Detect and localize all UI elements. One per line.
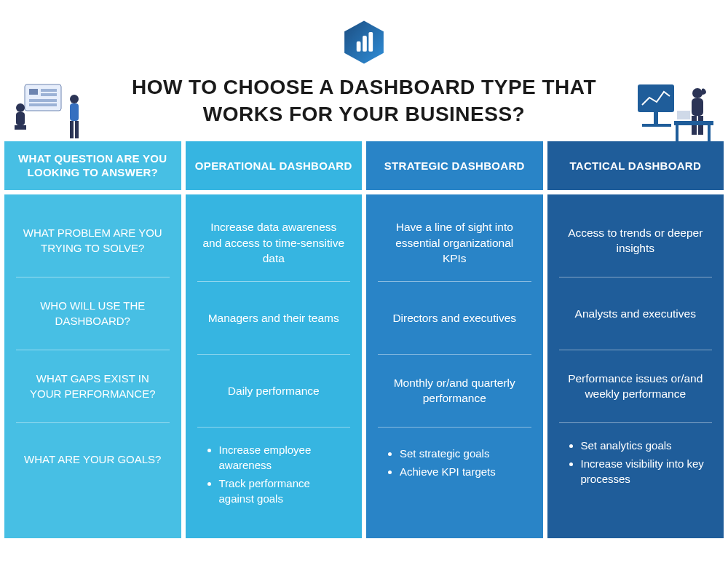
svg-rect-2	[363, 36, 367, 52]
svg-point-13	[70, 95, 79, 103]
operational-row-3: Daily performance	[197, 355, 351, 428]
page-title: HOW TO CHOOSE A DASHBOARD TYPE THAT WORK…	[0, 74, 728, 128]
column-body-operational: Increase data awareness and access to ti…	[186, 194, 363, 538]
svg-rect-24	[674, 121, 713, 125]
svg-rect-8	[29, 99, 57, 102]
svg-rect-4	[25, 84, 61, 111]
question-row-1: WHAT PROBLEM ARE YOU TRYING TO SOLVE?	[16, 205, 170, 277]
svg-rect-12	[15, 125, 26, 130]
tactical-row-2: Analysts and executives	[559, 277, 713, 350]
operational-goal-1: Increase employee awareness	[219, 442, 347, 473]
svg-rect-11	[16, 112, 25, 125]
strategic-row-4: Set strategic goals Achieve KPI targets	[378, 428, 531, 500]
tactical-row-3: Performance issues or/and weekly perform…	[559, 350, 713, 423]
logo-container	[0, 0, 728, 74]
svg-rect-1	[357, 42, 361, 52]
svg-point-10	[16, 103, 25, 112]
svg-rect-3	[368, 32, 373, 52]
svg-rect-5	[29, 89, 38, 95]
tactical-row-1: Access to trends or deeper insights	[559, 205, 713, 277]
operational-row-1: Increase data awareness and access to ti…	[197, 205, 351, 282]
question-row-2: WHO WILL USE THE DASHBOARD?	[16, 277, 170, 350]
question-row-3: WHAT GAPS EXIST IN YOUR PERFORMANCE?	[16, 350, 170, 423]
comparison-grid: WHAT QUESTION ARE YOU LOOKING TO ANSWER?…	[4, 141, 724, 538]
strategic-goal-1: Set strategic goals	[400, 446, 527, 461]
strategic-row-2: Directors and executives	[378, 282, 531, 355]
tactical-goal-1: Set analytics goals	[581, 438, 708, 453]
illustration-right	[632, 79, 719, 143]
column-header-question: WHAT QUESTION ARE YOU LOOKING TO ANSWER?	[4, 141, 181, 190]
strategic-goal-2: Achieve KPI targets	[400, 464, 527, 479]
column-header-strategic: STRATEGIC DASHBOARD	[366, 141, 543, 190]
column-body-strategic: Have a line of sight into essential orga…	[366, 194, 543, 538]
svg-rect-17	[638, 84, 674, 112]
logo-icon	[341, 19, 387, 66]
question-row-4: WHAT ARE YOUR GOALS?	[16, 423, 170, 496]
svg-rect-15	[70, 121, 74, 138]
svg-rect-14	[70, 103, 79, 121]
svg-rect-25	[676, 125, 678, 141]
svg-rect-27	[677, 111, 690, 119]
illustration-left	[9, 79, 96, 143]
operational-row-2: Managers and their teams	[197, 282, 351, 355]
svg-rect-6	[41, 89, 57, 92]
svg-rect-26	[708, 125, 711, 141]
svg-rect-7	[41, 93, 57, 96]
strategic-row-3: Monthly or/and quarterly performance	[378, 355, 531, 428]
column-header-tactical: TACTICAL DASHBOARD	[547, 141, 724, 190]
svg-point-20	[692, 88, 703, 98]
operational-goal-2: Track performance against goals	[219, 476, 347, 506]
svg-rect-19	[642, 124, 671, 127]
column-body-tactical: Access to trends or deeper insights Anal…	[547, 194, 724, 538]
tactical-goal-2: Increase visibility into key processes	[581, 456, 708, 487]
strategic-row-1: Have a line of sight into essential orga…	[378, 205, 531, 282]
column-header-operational: OPERATIONAL DASHBOARD	[186, 141, 363, 190]
svg-rect-21	[692, 98, 703, 116]
column-body-question: WHAT PROBLEM ARE YOU TRYING TO SOLVE? WH…	[4, 194, 181, 538]
svg-rect-18	[654, 112, 658, 124]
svg-rect-16	[75, 121, 79, 138]
svg-rect-9	[29, 103, 57, 106]
operational-row-4: Increase employee awareness Track perfor…	[197, 428, 351, 524]
tactical-row-4: Set analytics goals Increase visibility …	[559, 423, 713, 504]
